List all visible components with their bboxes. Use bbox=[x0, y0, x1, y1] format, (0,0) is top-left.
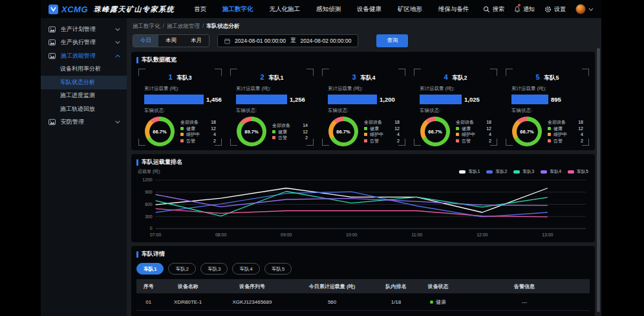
user-menu[interactable] bbox=[575, 4, 594, 14]
svg-text:08:00: 08:00 bbox=[215, 232, 226, 237]
svg-text:300: 300 bbox=[145, 214, 153, 219]
sidebar-subitem-施工轨迹回放[interactable]: 施工轨迹回放 bbox=[41, 102, 127, 116]
donut-legend-row: 健康12 bbox=[548, 126, 583, 131]
chevron-down-icon bbox=[115, 41, 120, 44]
load-label: 累计运载量 (吨): bbox=[328, 85, 400, 92]
donut-legend-row: 告警2 bbox=[548, 139, 583, 143]
action-label: 设置 bbox=[554, 5, 566, 14]
chevron-down-icon bbox=[115, 120, 120, 124]
quick-range-本周[interactable]: 本周 bbox=[158, 35, 184, 47]
legend-chip-green bbox=[456, 127, 459, 130]
legend-value: 18 bbox=[578, 120, 583, 124]
breadcrumb-item[interactable]: 施工数字化 bbox=[133, 23, 160, 29]
legend-name: 车队2 bbox=[495, 168, 507, 175]
load-bar-row: 1,025 bbox=[420, 94, 491, 104]
date-range-picker[interactable]: 2024-08-01 00:00:00 至 2024-08-02 00:00:0… bbox=[217, 34, 358, 47]
table-cell: XGKJ123465689 bbox=[215, 311, 290, 316]
legend-chip-green bbox=[180, 127, 184, 130]
legend-value: 12 bbox=[578, 126, 583, 131]
sidebar-subitem-设备利用率分析[interactable]: 设备利用率分析 bbox=[41, 63, 127, 76]
card-corner bbox=[506, 139, 513, 146]
nav-item-维保与备件[interactable]: 维保与备件 bbox=[438, 5, 469, 14]
card-corner bbox=[215, 69, 222, 76]
table-row: 02XDR80TE-2XGKJ1234656895502/18告警剩余油量不足，… bbox=[136, 311, 590, 316]
table-cell: XGKJ123465689 bbox=[215, 293, 290, 311]
load-bar bbox=[328, 95, 377, 104]
fleet-tab-车队1[interactable]: 车队1 bbox=[136, 263, 164, 275]
status-row: 66.7% 全部设备18健康12维护中4告警2 bbox=[144, 117, 216, 146]
brand-logo-text: XCMG bbox=[61, 5, 88, 14]
donut-legend: 全部设备18健康12维护中4告警2 bbox=[180, 120, 216, 143]
legend-swatch bbox=[541, 170, 547, 174]
legend-chip-red bbox=[456, 139, 459, 142]
fleet-tab-车队5[interactable]: 车队5 bbox=[264, 263, 292, 275]
fleet-tab-车队2[interactable]: 车队2 bbox=[168, 263, 195, 275]
sidebar-subitem-施工进度监测[interactable]: 施工进度监测 bbox=[41, 89, 127, 103]
gear-icon bbox=[544, 6, 552, 13]
nav-item-矿区地形[interactable]: 矿区地形 bbox=[398, 5, 422, 14]
legend-value: 14 bbox=[303, 123, 308, 128]
chart-legend-item-车队1[interactable]: 车队1 bbox=[459, 168, 480, 175]
status-cell: 健康 bbox=[417, 293, 459, 311]
card-corner bbox=[414, 69, 421, 76]
action-search[interactable]: 搜索 bbox=[483, 5, 504, 14]
quick-range-本月[interactable]: 本月 bbox=[184, 35, 209, 47]
legend-label: 全部设备 bbox=[456, 120, 486, 124]
status-row: 66.7% 全部设备18健康12维护中4告警2 bbox=[328, 117, 400, 146]
breadcrumb: 施工数字化/施工效能管理/车队状态分析 bbox=[133, 23, 595, 30]
svg-text:07:00: 07:00 bbox=[150, 232, 161, 237]
legend-chip-green bbox=[364, 127, 367, 130]
sidebar-subitem-车队状态分析[interactable]: 车队状态分析 bbox=[41, 76, 127, 89]
legend-name: 车队1 bbox=[468, 168, 480, 175]
action-gear[interactable]: 设置 bbox=[544, 5, 566, 14]
donut-percentage: 89.7% bbox=[241, 121, 263, 142]
nav-item-无人化施工[interactable]: 无人化施工 bbox=[270, 5, 301, 14]
app-body: 生产计划管理生产执行管理施工效能管理设备利用率分析车队状态分析施工进度监测施工轨… bbox=[41, 18, 601, 316]
quick-range-今日[interactable]: 今日 bbox=[133, 35, 158, 47]
fleet-tab-车队3[interactable]: 车队3 bbox=[200, 263, 228, 275]
nav-item-设备健康[interactable]: 设备健康 bbox=[357, 5, 381, 14]
sidebar-item-label: 生产执行管理 bbox=[61, 38, 115, 47]
status-label: 车辆状态: bbox=[328, 107, 400, 114]
chart-legend-item-车队2[interactable]: 车队2 bbox=[486, 168, 507, 175]
nav-actions: 搜索通知设置 bbox=[483, 4, 594, 14]
vertical-scrollbar[interactable] bbox=[597, 48, 600, 312]
legend-name: 车队4 bbox=[550, 168, 561, 175]
line-chart: 0300600900120007:0008:0009:0010:0011:001… bbox=[136, 176, 590, 238]
avatar[interactable] bbox=[575, 4, 586, 14]
bell-icon bbox=[514, 6, 521, 13]
chart-legend-item-车队3[interactable]: 车队3 bbox=[513, 168, 534, 175]
card-corner bbox=[138, 139, 145, 146]
nav-item-施工数字化[interactable]: 施工数字化 bbox=[222, 5, 253, 14]
fleet-detail-panel: 车队详情 车队1车队2车队3车队4车队5 序号设备名称设备序列号今日累计运载量 … bbox=[131, 246, 595, 316]
card-corner bbox=[306, 69, 314, 76]
calendar-icon bbox=[224, 38, 230, 44]
sidebar-item-生产执行管理[interactable]: 生产执行管理 bbox=[41, 36, 127, 50]
sidebar-item-安防管理[interactable]: 安防管理 bbox=[41, 116, 127, 130]
load-ranking-panel: 车队运载量排名 运载量 (吨) 车队1车队2车队3车队4车队5 03006009… bbox=[131, 154, 595, 242]
legend-label: 全部设备 bbox=[272, 123, 303, 128]
legend-name: 车队5 bbox=[577, 168, 588, 175]
nav-item-感知侦测[interactable]: 感知侦测 bbox=[316, 5, 341, 14]
breadcrumb-item[interactable]: 施工效能管理 bbox=[167, 23, 200, 29]
sidebar-item-生产计划管理[interactable]: 生产计划管理 bbox=[41, 23, 127, 36]
action-label: 搜索 bbox=[493, 5, 504, 14]
legend-label: 健康 bbox=[370, 126, 394, 131]
card-corner bbox=[306, 139, 314, 146]
card-corner bbox=[322, 139, 329, 146]
card-corner bbox=[230, 69, 237, 76]
chart-legend-item-车队5[interactable]: 车队5 bbox=[568, 168, 588, 175]
query-button[interactable]: 查询 bbox=[376, 34, 408, 47]
card-corner bbox=[230, 139, 237, 146]
chart-legend-item-车队4[interactable]: 车队4 bbox=[541, 168, 561, 175]
load-label: 累计运载量 (吨): bbox=[511, 85, 583, 92]
sidebar-item-施工效能管理[interactable]: 施工效能管理 bbox=[41, 49, 127, 63]
nav-item-首页[interactable]: 首页 bbox=[194, 5, 206, 14]
action-bell[interactable]: 通知 bbox=[514, 5, 535, 14]
breadcrumb-current: 车队状态分析 bbox=[206, 23, 239, 29]
legend-label: 告警 bbox=[553, 139, 581, 143]
card-corner bbox=[398, 69, 405, 76]
fleet-tab-车队4[interactable]: 车队4 bbox=[232, 263, 259, 275]
status-row: 66.7% 全部设备18健康12维护中4告警2 bbox=[420, 117, 491, 146]
action-label: 通知 bbox=[523, 5, 535, 14]
